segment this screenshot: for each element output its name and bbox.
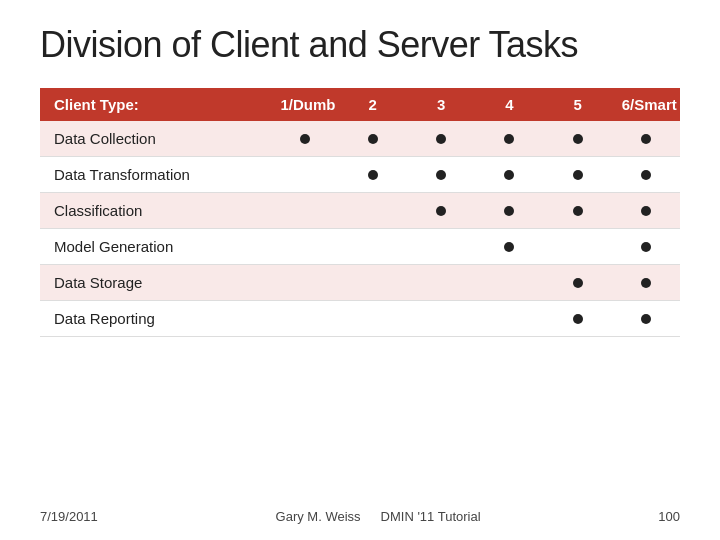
cell-r3-c1 bbox=[339, 229, 407, 265]
main-table: Client Type:1/Dumb23456/Smart Data Colle… bbox=[40, 88, 680, 337]
table-header-row: Client Type:1/Dumb23456/Smart bbox=[40, 88, 680, 121]
row-label-3: Model Generation bbox=[40, 229, 270, 265]
cell-r3-c2 bbox=[407, 229, 475, 265]
cell-r2-c4 bbox=[543, 193, 611, 229]
table-row: Data Storage bbox=[40, 265, 680, 301]
dot-indicator bbox=[573, 170, 583, 180]
table-row: Data Collection bbox=[40, 121, 680, 157]
footer: 7/19/2011 Gary M. Weiss DMIN '11 Tutoria… bbox=[40, 509, 680, 524]
col-header-1-Dumb: 1/Dumb bbox=[270, 88, 338, 121]
cell-r1-c4 bbox=[543, 157, 611, 193]
cell-r1-c5 bbox=[612, 157, 680, 193]
dot-indicator bbox=[436, 134, 446, 144]
col-header-3: 3 bbox=[407, 88, 475, 121]
cell-r1-c0 bbox=[270, 157, 338, 193]
dot-indicator bbox=[641, 314, 651, 324]
dot-indicator bbox=[641, 242, 651, 252]
col-header-5: 5 bbox=[543, 88, 611, 121]
cell-r0-c5 bbox=[612, 121, 680, 157]
page: Division of Client and Server Tasks Clie… bbox=[0, 0, 720, 540]
cell-r2-c5 bbox=[612, 193, 680, 229]
page-title: Division of Client and Server Tasks bbox=[40, 24, 680, 66]
footer-event: DMIN '11 Tutorial bbox=[381, 509, 481, 524]
table-row: Data Transformation bbox=[40, 157, 680, 193]
cell-r5-c2 bbox=[407, 301, 475, 337]
cell-r5-c1 bbox=[339, 301, 407, 337]
row-label-1: Data Transformation bbox=[40, 157, 270, 193]
dot-indicator bbox=[300, 134, 310, 144]
cell-r3-c5 bbox=[612, 229, 680, 265]
dot-indicator bbox=[504, 242, 514, 252]
dot-indicator bbox=[641, 278, 651, 288]
dot-indicator bbox=[641, 170, 651, 180]
row-label-2: Classification bbox=[40, 193, 270, 229]
cell-r0-c2 bbox=[407, 121, 475, 157]
col-header-label: Client Type: bbox=[40, 88, 270, 121]
table-row: Classification bbox=[40, 193, 680, 229]
cell-r2-c0 bbox=[270, 193, 338, 229]
table-row: Model Generation bbox=[40, 229, 680, 265]
cell-r5-c4 bbox=[543, 301, 611, 337]
dot-indicator bbox=[436, 170, 446, 180]
footer-author: Gary M. Weiss bbox=[276, 509, 361, 524]
cell-r4-c3 bbox=[475, 265, 543, 301]
cell-r1-c1 bbox=[339, 157, 407, 193]
cell-r2-c3 bbox=[475, 193, 543, 229]
cell-r0-c1 bbox=[339, 121, 407, 157]
col-header-4: 4 bbox=[475, 88, 543, 121]
dot-indicator bbox=[573, 134, 583, 144]
cell-r4-c4 bbox=[543, 265, 611, 301]
col-header-6-Smart: 6/Smart bbox=[612, 88, 680, 121]
cell-r5-c3 bbox=[475, 301, 543, 337]
row-label-5: Data Reporting bbox=[40, 301, 270, 337]
dot-indicator bbox=[436, 206, 446, 216]
col-header-2: 2 bbox=[339, 88, 407, 121]
dot-indicator bbox=[641, 206, 651, 216]
dot-indicator bbox=[368, 170, 378, 180]
table-row: Data Reporting bbox=[40, 301, 680, 337]
dot-indicator bbox=[368, 134, 378, 144]
cell-r0-c4 bbox=[543, 121, 611, 157]
cell-r0-c3 bbox=[475, 121, 543, 157]
cell-r0-c0 bbox=[270, 121, 338, 157]
cell-r3-c3 bbox=[475, 229, 543, 265]
cell-r5-c5 bbox=[612, 301, 680, 337]
dot-indicator bbox=[504, 206, 514, 216]
dot-indicator bbox=[641, 134, 651, 144]
dot-indicator bbox=[504, 170, 514, 180]
dot-indicator bbox=[573, 278, 583, 288]
cell-r4-c0 bbox=[270, 265, 338, 301]
cell-r4-c1 bbox=[339, 265, 407, 301]
cell-r5-c0 bbox=[270, 301, 338, 337]
footer-date: 7/19/2011 bbox=[40, 509, 98, 524]
dot-indicator bbox=[504, 134, 514, 144]
cell-r4-c5 bbox=[612, 265, 680, 301]
cell-r3-c4 bbox=[543, 229, 611, 265]
cell-r1-c2 bbox=[407, 157, 475, 193]
footer-page: 100 bbox=[658, 509, 680, 524]
dot-indicator bbox=[573, 314, 583, 324]
cell-r1-c3 bbox=[475, 157, 543, 193]
cell-r2-c1 bbox=[339, 193, 407, 229]
cell-r3-c0 bbox=[270, 229, 338, 265]
table-body: Data CollectionData TransformationClassi… bbox=[40, 121, 680, 337]
dot-indicator bbox=[573, 206, 583, 216]
cell-r4-c2 bbox=[407, 265, 475, 301]
cell-r2-c2 bbox=[407, 193, 475, 229]
table-wrapper: Client Type:1/Dumb23456/Smart Data Colle… bbox=[40, 88, 680, 495]
row-label-0: Data Collection bbox=[40, 121, 270, 157]
row-label-4: Data Storage bbox=[40, 265, 270, 301]
